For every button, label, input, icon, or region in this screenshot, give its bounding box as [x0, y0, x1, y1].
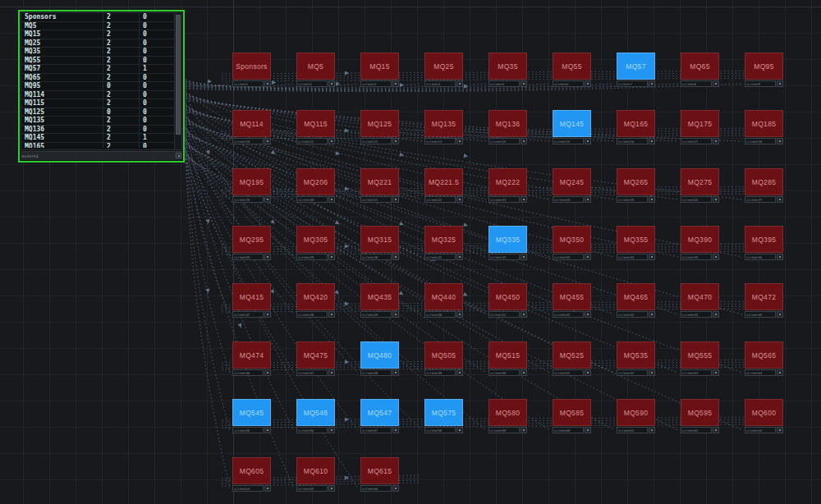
node-subgrip-icon[interactable] [392, 80, 399, 87]
node-subgrip-icon[interactable] [649, 138, 655, 144]
node-subfield[interactable]: screen22 [424, 196, 456, 203]
node-body[interactable]: MQ15 [360, 53, 399, 80]
graph-node[interactable]: MQ440 screen40 [424, 283, 463, 318]
node-subfield[interactable]: screen46 [232, 369, 264, 376]
graph-node[interactable]: MQ221 screen21 [360, 168, 399, 203]
node-subgrip-icon[interactable] [713, 369, 719, 376]
node-body[interactable]: MQ335 [488, 226, 527, 253]
node-subfield[interactable]: screen44 [681, 311, 712, 318]
node-subgrip-icon[interactable] [777, 311, 783, 318]
node-subfield[interactable]: screen40 [424, 311, 456, 318]
node-subgrip-icon[interactable] [264, 485, 271, 492]
node-subgrip-icon[interactable] [585, 196, 591, 203]
node-body[interactable]: MQ5 [296, 53, 335, 80]
node-subfield[interactable]: screen10 [232, 138, 264, 144]
node-body[interactable]: MQ221.5 [424, 168, 463, 195]
graph-node[interactable]: MQ615 screen66 [360, 457, 399, 492]
node-body[interactable]: MQ480 [360, 341, 399, 369]
node-subgrip-icon[interactable] [777, 369, 783, 376]
node-subfield[interactable]: screen16 [617, 138, 648, 144]
node-subgrip-icon[interactable] [585, 138, 591, 144]
graph-node[interactable]: MQ335 screen32 [488, 226, 527, 260]
node-subfield[interactable]: screen15 [553, 138, 584, 144]
node-subgrip-icon[interactable] [456, 254, 463, 260]
graph-node[interactable]: MQ546 screen56 [296, 399, 335, 433]
node-subgrip-icon[interactable] [585, 369, 591, 376]
node-subgrip-icon[interactable] [392, 485, 399, 492]
node-subfield[interactable]: screen21 [360, 196, 392, 203]
node-body[interactable]: MQ145 [553, 110, 591, 137]
node-subfield[interactable]: screen50 [488, 369, 520, 376]
node-subgrip-icon[interactable] [521, 196, 527, 203]
node-subgrip-icon[interactable] [585, 80, 591, 87]
node-subfield[interactable]: screen55 [232, 427, 264, 433]
table-viewer-panel[interactable]: Sponsors 2 0 MQ5 2 0 MQ15 2 0 MQ25 2 0 M… [18, 10, 185, 163]
vertical-scrollbar[interactable] [174, 13, 181, 149]
node-subfield[interactable]: screen5 [488, 80, 520, 87]
graph-node[interactable]: MQ221.5 screen22 [424, 168, 463, 203]
node-body[interactable]: MQ450 [488, 283, 527, 310]
node-body[interactable]: MQ195 [232, 168, 271, 195]
node-body[interactable]: MQ420 [296, 283, 335, 310]
node-subfield[interactable]: screen61 [617, 427, 648, 433]
scrollbar-thumb[interactable] [176, 15, 181, 135]
graph-node[interactable]: MQ472 screen45 [745, 283, 783, 318]
graph-node[interactable]: MQ470 screen44 [681, 283, 719, 318]
node-subgrip-icon[interactable] [521, 427, 527, 433]
node-subgrip-icon[interactable] [328, 485, 335, 492]
node-subfield[interactable]: screen33 [553, 254, 584, 260]
graph-node[interactable]: MQ5 screen2 [296, 53, 335, 87]
node-body[interactable]: MQ275 [681, 168, 719, 195]
node-body[interactable]: MQ575 [424, 399, 463, 426]
node-subfield[interactable]: screen39 [360, 311, 392, 318]
node-subfield[interactable]: screen28 [232, 254, 264, 260]
node-body[interactable]: MQ305 [296, 226, 335, 253]
node-subfield[interactable]: screen26 [681, 196, 712, 203]
graph-node[interactable]: MQ295 screen28 [232, 226, 271, 260]
node-subfield[interactable]: screen14 [488, 138, 520, 144]
node-subfield[interactable]: screen38 [296, 311, 328, 318]
node-subgrip-icon[interactable] [777, 80, 783, 87]
node-body[interactable]: MQ265 [617, 168, 655, 195]
node-subfield[interactable]: screen3 [360, 80, 392, 87]
node-body[interactable]: MQ25 [424, 53, 463, 80]
node-body[interactable]: MQ435 [360, 283, 399, 310]
network-editor-canvas[interactable]: Sponsors 2 0 MQ5 2 0 MQ15 2 0 MQ25 2 0 M… [0, 0, 821, 504]
node-subgrip-icon[interactable] [521, 138, 527, 144]
node-subfield[interactable]: screen37 [232, 311, 264, 318]
node-body[interactable]: MQ315 [360, 226, 399, 253]
node-subgrip-icon[interactable] [264, 196, 271, 203]
node-subfield[interactable]: screen29 [296, 254, 328, 260]
node-subfield[interactable]: screen23 [488, 196, 520, 203]
node-subfield[interactable]: screen9 [745, 80, 776, 87]
graph-node[interactable]: MQ175 screen17 [681, 110, 719, 144]
node-subgrip-icon[interactable] [521, 369, 527, 376]
node-body[interactable]: MQ475 [296, 341, 335, 369]
node-body[interactable]: MQ505 [424, 341, 463, 369]
node-subfield[interactable]: screen43 [617, 311, 648, 318]
node-subgrip-icon[interactable] [713, 311, 719, 318]
graph-node[interactable]: MQ435 screen39 [360, 283, 399, 318]
graph-node[interactable]: MQ605 screen64 [232, 457, 271, 492]
node-subgrip-icon[interactable] [713, 196, 719, 203]
graph-node[interactable]: MQ575 screen58 [424, 399, 463, 433]
graph-node[interactable]: MQ25 screen4 [424, 53, 463, 87]
node-subfield[interactable]: screen56 [296, 427, 328, 433]
node-subgrip-icon[interactable] [264, 427, 271, 433]
node-subfield[interactable]: screen63 [745, 427, 776, 433]
node-subfield[interactable]: screen58 [424, 427, 456, 433]
node-body[interactable]: MQ455 [553, 283, 591, 310]
node-body[interactable]: MQ565 [745, 341, 783, 369]
node-body[interactable]: MQ221 [360, 168, 399, 195]
graph-node[interactable]: MQ480 screen48 [360, 341, 399, 376]
node-body[interactable]: MQ605 [232, 457, 271, 484]
node-subfield[interactable]: screen6 [553, 80, 584, 87]
node-subgrip-icon[interactable] [777, 138, 783, 144]
node-subfield[interactable]: screen36 [745, 254, 776, 260]
graph-node[interactable]: MQ265 screen25 [617, 168, 655, 203]
graph-node[interactable]: MQ165 screen16 [617, 110, 655, 144]
graph-node[interactable]: MQ350 screen33 [553, 226, 591, 260]
node-subgrip-icon[interactable] [456, 311, 463, 318]
node-subfield[interactable]: screen62 [681, 427, 712, 433]
graph-node[interactable]: MQ455 screen42 [553, 283, 591, 318]
